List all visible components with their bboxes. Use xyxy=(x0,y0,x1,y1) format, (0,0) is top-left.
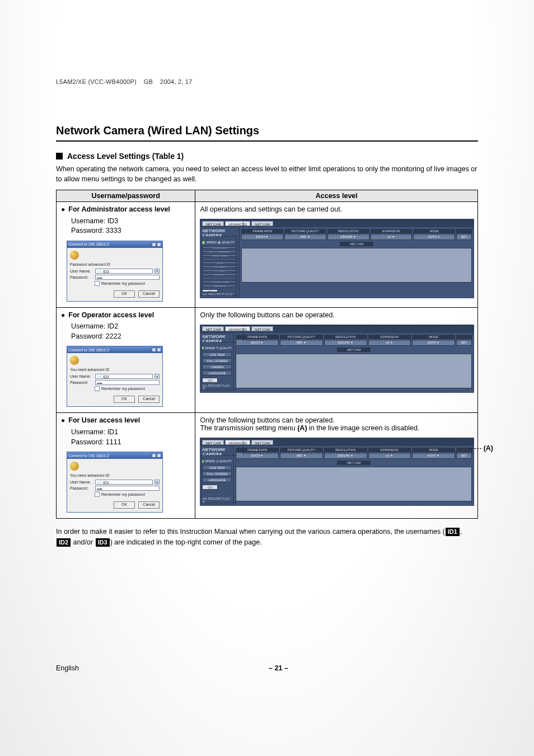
menu-item-status[interactable]: STATUS xyxy=(202,284,237,287)
chevron-down-icon[interactable]: ▾ xyxy=(154,269,160,274)
ok-button[interactable]: OK xyxy=(114,396,135,403)
param-cell: EXPANSION x1▾ xyxy=(368,448,411,459)
param-select[interactable]: x1▾ xyxy=(368,452,411,459)
section-intro: When operating the network camera, you n… xyxy=(56,164,478,184)
cancel-button[interactable]: Cancel xyxy=(138,396,160,403)
menu-item-live-view[interactable]: LIVE VIEW xyxy=(202,246,237,249)
go-button[interactable]: GO xyxy=(202,485,218,490)
camui-tab[interactable]: ADVANCED xyxy=(225,326,250,331)
login-username-input[interactable]: 📃 ID3 xyxy=(95,269,153,274)
login-password-input[interactable] xyxy=(95,486,160,491)
camui-tab[interactable]: NET CAM xyxy=(202,326,224,331)
bullet-icon: ● xyxy=(61,205,65,214)
param-cell: RESOLUTION 320x240▾ xyxy=(324,335,367,346)
param-select[interactable]: x1▾ xyxy=(371,233,413,240)
param-select[interactable]: AUTO▾ xyxy=(412,452,455,459)
keys-icon xyxy=(70,251,79,260)
param-select[interactable]: EACH▾ xyxy=(241,233,283,240)
param-select[interactable]: EACH▾ xyxy=(236,339,279,346)
camui-tab[interactable]: NET CAM xyxy=(202,221,224,226)
menu-item-full-screen[interactable]: FULL SCREEN xyxy=(202,250,237,253)
login-password-input[interactable] xyxy=(95,380,160,385)
login-username-input[interactable]: 📃 ID1 xyxy=(95,480,153,485)
help-icon[interactable] xyxy=(152,348,156,352)
speed-quality-toggle[interactable]: SPEED QUALITY xyxy=(202,346,232,350)
param-cell: EXPANSION x1▾ xyxy=(371,229,413,240)
param-select[interactable]: AUTO▾ xyxy=(412,339,455,346)
keys-icon xyxy=(70,356,79,365)
camui-tab[interactable]: ADVANCED xyxy=(225,221,250,226)
remember-checkbox[interactable] xyxy=(95,492,100,497)
ok-button[interactable]: OK xyxy=(114,501,135,509)
cancel-button[interactable]: Cancel xyxy=(138,501,160,509)
menu-item-wireless-lan[interactable]: WIRELESS LAN xyxy=(202,258,237,261)
speed-quality-toggle[interactable]: SPEED QUALITY xyxy=(202,241,237,244)
login-password-label: Password: xyxy=(70,381,93,384)
login-username-input[interactable]: 📃 ID2 xyxy=(95,374,153,379)
menu-item-access[interactable]: ACCESS xyxy=(202,277,237,280)
camui-tab[interactable]: NET CAM xyxy=(202,440,224,445)
close-icon[interactable] xyxy=(157,348,161,352)
menu-item-network[interactable]: NETWORK xyxy=(202,254,237,257)
camui-topbar: NET CAMADVANCEDNET CAM xyxy=(200,325,474,334)
menu-item-live-view[interactable]: LIVE VIEW xyxy=(202,352,232,357)
set-button[interactable]: SET xyxy=(456,233,472,240)
ok-button[interactable]: OK xyxy=(114,290,135,298)
menu-item-dns[interactable]: DNS xyxy=(202,261,237,264)
username-label: Username: xyxy=(71,428,105,436)
table-row: ●For Operator access level Username: ID2… xyxy=(57,307,478,413)
set-button[interactable]: SET xyxy=(456,339,472,346)
camui-tab[interactable]: NET CAM xyxy=(251,440,273,445)
param-select[interactable]: MID▾ xyxy=(280,452,323,459)
param-cell: SET xyxy=(456,335,472,346)
camui-sidebar: NETWORKCAMERA SPEED QUALITY LIVE VIEWFUL… xyxy=(200,446,234,505)
go-button[interactable]: GO xyxy=(202,289,218,292)
close-icon[interactable] xyxy=(157,453,161,458)
param-select[interactable]: MID▾ xyxy=(280,339,323,346)
radio-icon xyxy=(202,346,203,349)
login-title: Connect to 192.168.0.2 xyxy=(68,348,109,352)
menu-item-clock[interactable]: CLOCK xyxy=(202,273,237,276)
param-select[interactable]: x1▾ xyxy=(368,339,411,346)
camui-main: FRAME RATE EACH▾ PICTURE QUALITY MID▾ RE… xyxy=(234,446,474,505)
plugin-link[interactable]: Get JPEG2000 PLUG-IN xyxy=(202,497,232,504)
username-value: ID3 xyxy=(107,217,118,225)
menu-item-camera[interactable]: CAMERA xyxy=(202,265,237,268)
help-icon[interactable] xyxy=(152,242,156,247)
cancel-button[interactable]: Cancel xyxy=(138,290,160,298)
param-select[interactable]: MID▾ xyxy=(284,233,326,240)
speed-quality-toggle[interactable]: SPEED QUALITY xyxy=(202,459,232,463)
chevron-down-icon[interactable]: ▾ xyxy=(154,374,160,379)
camui-sidebar: NETWORKCAMERA SPEED QUALITY LIVE VIEWFUL… xyxy=(200,333,234,392)
access-description: Only the following buttons can be operat… xyxy=(200,311,473,319)
footer-left: English xyxy=(56,664,79,672)
camui-tab[interactable]: ADVANCED xyxy=(225,440,250,445)
remember-checkbox[interactable] xyxy=(95,386,100,391)
go-button[interactable]: GO xyxy=(202,378,218,383)
param-select[interactable]: 320x240▾ xyxy=(324,339,367,346)
login-password-input[interactable] xyxy=(95,275,160,280)
param-select[interactable]: 320x240▾ xyxy=(324,452,367,459)
menu-item-full-screen[interactable]: FULL SCREEN xyxy=(202,358,232,363)
close-icon[interactable] xyxy=(157,242,161,247)
menu-item-full-screen[interactable]: FULL SCREEN xyxy=(202,471,232,476)
menu-item-language[interactable]: LANGUAGE xyxy=(202,370,232,375)
menu-item-live-view[interactable]: LIVE VIEW xyxy=(202,465,232,470)
chevron-down-icon[interactable]: ▾ xyxy=(154,480,160,485)
help-icon[interactable] xyxy=(152,453,156,458)
set-button[interactable]: SET xyxy=(456,452,472,459)
remember-checkbox[interactable] xyxy=(95,281,100,286)
camui-tab[interactable]: NET CAM xyxy=(251,326,273,331)
menu-item-language[interactable]: LANGUAGE xyxy=(202,280,237,283)
plugin-link[interactable]: Get JPEG2000 PLUG-IN xyxy=(202,384,232,391)
param-select[interactable]: EACH▾ xyxy=(236,452,279,459)
menu-item-camera[interactable]: CAMERA xyxy=(202,364,232,369)
menu-item-language[interactable]: LANGUAGE xyxy=(202,477,232,482)
camui-tab[interactable]: NET CAM xyxy=(251,221,273,226)
param-select[interactable]: AUTO▾ xyxy=(413,233,455,240)
menu-item-alarm[interactable]: ALARM xyxy=(202,269,237,272)
bullet-icon: ● xyxy=(61,416,65,425)
footer-note: In order to make it easier to refer to t… xyxy=(56,527,478,548)
plugin-link[interactable]: Get JPEG2000 PLUG-IN xyxy=(202,293,237,297)
param-select[interactable]: 320x240▾ xyxy=(327,233,369,240)
